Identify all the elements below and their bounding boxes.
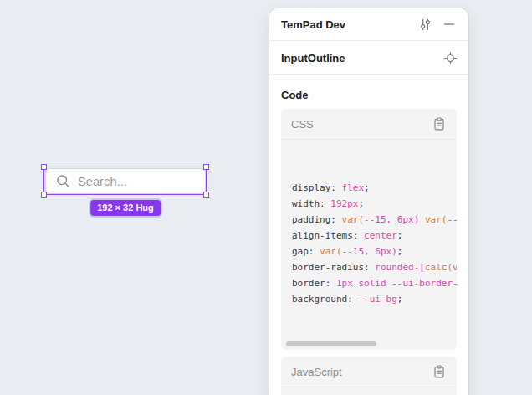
code-section-title: Code [281,89,457,101]
search-input[interactable]: Search... [45,168,206,194]
sliders-icon[interactable] [417,17,432,32]
css-code-block: display: flex;width: 192px;padding: var(… [281,140,457,350]
clipboard-copy-icon[interactable] [432,116,447,131]
code-line: width: 192px; [292,196,457,212]
css-card-label: CSS [291,118,432,131]
plugin-title: TemPad Dev [281,18,417,31]
selected-component-row[interactable]: InputOutline [269,41,468,75]
code-line: gap: var(--15, 6px); [292,244,457,259]
javascript-code-card: JavaScript { display: 'flex', width: '19… [281,357,457,395]
code-line: border-radius: rounded-[calc(var(--round… [292,259,457,275]
locate-target-icon[interactable] [442,50,458,65]
code-line: display: flex; [292,180,457,196]
plugin-panel-header: TemPad Dev [269,8,468,41]
code-line: border: 1px solid --ui-border-color; [292,275,457,291]
javascript-card-header: JavaScript [281,357,457,387]
clipboard-copy-icon[interactable] [432,364,447,379]
css-code-card: CSS display: flex;width: 192px;padding: … [281,109,457,350]
code-section: Code CSS display: flex;width: 192px;padd… [269,75,468,395]
selection-handle-bottom-left[interactable] [41,192,47,198]
component-name: InputOutline [281,52,442,64]
minimize-icon[interactable] [442,17,457,32]
tempad-dev-plugin-panel: TemPad Dev InputOutline [269,8,468,395]
code-line: background: --ui-bg; [292,291,457,307]
selection-handle-top-left[interactable] [41,164,47,170]
javascript-code-block: { display: 'flex', width: '192px', paddi… [281,387,457,395]
selection-size-badge: 192 × 32 Hug [90,200,161,216]
selection-handle-top-right[interactable] [203,164,209,170]
magnifier-icon [56,174,70,188]
javascript-card-label: JavaScript [291,366,432,378]
selection-handle-bottom-right[interactable] [203,192,209,198]
code-line: align-items: center; [292,228,457,244]
code-line: padding: var(--15, 6px) var(--15, 6px); [292,212,457,228]
horizontal-scrollbar-thumb[interactable] [286,341,376,346]
css-card-header: CSS [281,109,457,140]
search-placeholder: Search... [78,175,127,188]
